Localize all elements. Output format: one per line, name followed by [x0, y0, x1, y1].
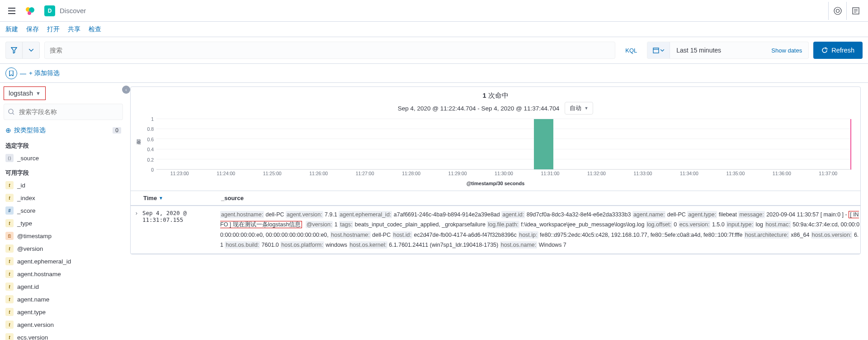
field-search-input[interactable] [4, 104, 123, 120]
elastic-logo[interactable] [23, 4, 37, 18]
svg-rect-6 [653, 48, 659, 53]
top-bar: D Discover [0, 0, 868, 22]
field-value: log [754, 221, 765, 228]
field-value: 1 [333, 221, 339, 228]
field--index[interactable]: t_index [4, 192, 123, 204]
field-label: _index [17, 195, 35, 201]
refresh-button[interactable]: Refresh [813, 42, 863, 59]
field--timestamp[interactable]: 🗓@timestamp [4, 230, 123, 242]
field-type-icon: t [5, 308, 14, 316]
hit-count: 1 次命中 [131, 87, 860, 102]
refresh-label: Refresh [831, 47, 854, 54]
field-key: host.architecture: [744, 231, 789, 239]
query-input[interactable] [44, 42, 615, 59]
share-button[interactable]: 共享 [68, 25, 80, 34]
field-key: host.os.kernel: [349, 241, 387, 249]
filter-by-type-count: 0 [113, 127, 121, 134]
selected-fields-heading: 选定字段 [5, 142, 123, 150]
field-key: log.file.path: [487, 221, 519, 228]
interval-select[interactable]: 自动 ▼ [565, 102, 593, 115]
field-label: agent.ephemeral_id [17, 258, 71, 265]
field-key: host.os.version: [811, 231, 853, 239]
time-column-header[interactable]: Time ▼ [142, 191, 220, 205]
field-label: agent.version [17, 321, 54, 328]
field-value: x86_64 [789, 232, 811, 238]
field-value: Windows 7 [537, 242, 566, 248]
field-type-icon: # [5, 206, 14, 215]
filter-row: — + 添加筛选 [0, 64, 868, 83]
time-range-text: Sep 4, 2020 @ 11:22:44.704 - Sep 4, 2020… [398, 105, 560, 112]
field-key: agent.name: [632, 211, 666, 218]
field-agent-id[interactable]: tagent.id [4, 280, 123, 293]
histogram-bar[interactable] [534, 119, 553, 169]
divider: — [20, 70, 26, 77]
source-column-header[interactable]: _source [220, 191, 860, 205]
menu-icon[interactable] [4, 3, 20, 19]
field-label: @timestamp [17, 233, 52, 239]
field-key: agent.version: [286, 211, 323, 218]
field-key: ecs.version: [679, 221, 711, 228]
show-dates-button[interactable]: Show dates [765, 47, 808, 54]
field-value: 2020-09-04 11:30:57 [ main:0 ] - [765, 211, 849, 218]
field-value: fe80::d975:2edc:40c5:c428, 192.168.10.77… [538, 232, 744, 238]
expand-row-icon[interactable]: › [131, 210, 142, 250]
date-range-label[interactable]: Last 15 minutes [670, 47, 765, 54]
saved-query-icon[interactable] [5, 67, 17, 79]
field-value: dell-PC [371, 232, 392, 238]
date-picker: Last 15 minutes Show dates [647, 42, 809, 59]
svg-point-7 [9, 109, 13, 114]
field--score[interactable]: #_score [4, 204, 123, 217]
field-key: host.hostname: [330, 231, 370, 239]
newsfeed-icon[interactable] [846, 2, 864, 20]
y-axis-label: 聚合 [134, 119, 143, 178]
filter-by-type-label: 按类型筛选 [14, 126, 46, 134]
field-agent-ephemeral-id[interactable]: tagent.ephemeral_id [4, 255, 123, 268]
field-agent-version[interactable]: tagent.version [4, 318, 123, 331]
field--source[interactable]: ⟨⟩_source [4, 152, 123, 164]
syntax-kql[interactable]: KQL [620, 47, 642, 54]
field-key: host.mac: [765, 221, 791, 228]
app-badge[interactable]: D [44, 5, 55, 16]
collapse-sidebar-icon[interactable]: ‹ [122, 86, 130, 94]
field-key: agent.id: [501, 211, 525, 218]
field-value: dell-PC [665, 211, 687, 218]
index-pattern-label: logstash [9, 90, 33, 97]
inspect-button[interactable]: 检查 [89, 25, 101, 34]
chevron-down-icon: ▼ [584, 106, 588, 110]
field-value: a7af6691-246c-4ba9-b894-914e2a39e8ad [392, 211, 501, 218]
field-value: filebeat [717, 211, 738, 218]
filter-by-type[interactable]: ⊕ 按类型筛选 0 [4, 124, 123, 137]
field-ecs-version[interactable]: tecs.version [4, 331, 123, 340]
svg-point-2 [28, 11, 31, 15]
field-label: _score [17, 207, 36, 214]
calendar-icon[interactable] [647, 42, 670, 58]
index-pattern-select[interactable]: logstash ▼ [4, 86, 46, 100]
filters-button[interactable] [5, 42, 23, 59]
field-key: input.type: [726, 221, 754, 228]
field-value: ec2d47de-fb00-4174-a6d6-f47f32b8396c [412, 232, 518, 238]
field-value: 89d7cf0a-8dc3-4a32-8ef4-e6e2da3333b3 [525, 211, 632, 218]
query-bar: KQL Last 15 minutes Show dates Refresh [0, 37, 868, 64]
field-label: agent.name [17, 296, 49, 303]
save-button[interactable]: 保存 [26, 25, 39, 34]
add-filter-button[interactable]: + 添加筛选 [29, 69, 60, 77]
field-value: dell-PC [264, 211, 286, 218]
field-type-icon: t [5, 270, 14, 278]
field-value: 7601.0 [260, 242, 280, 248]
histogram-chart[interactable]: 00.20.40.60.81 11:23:0011:24:0011:25:001… [143, 119, 851, 178]
field-agent-hostname[interactable]: tagent.hostname [4, 268, 123, 280]
field--type[interactable]: t_type [4, 217, 123, 230]
help-icon[interactable] [828, 2, 846, 20]
field-value: windows [324, 242, 349, 248]
field--id[interactable]: t_id [4, 179, 123, 192]
field-agent-name[interactable]: tagent.name [4, 293, 123, 306]
field--version[interactable]: t@version [4, 242, 123, 255]
field-agent-type[interactable]: tagent.type [4, 306, 123, 318]
svg-point-4 [836, 9, 839, 12]
field-type-icon: t [5, 295, 14, 303]
field-label: agent.type [17, 309, 46, 316]
field-label: agent.id [17, 283, 39, 290]
new-button[interactable]: 新建 [5, 25, 18, 34]
open-button[interactable]: 打开 [47, 25, 60, 34]
filters-dropdown[interactable] [23, 42, 40, 59]
